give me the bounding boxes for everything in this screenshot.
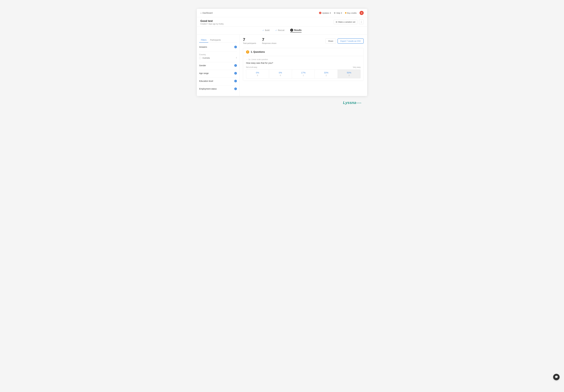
education-label: Education level: [199, 80, 213, 82]
chevron-down-icon: ▾: [341, 12, 342, 14]
scale-count: 2: [316, 74, 336, 76]
sidebar: Filters Participants Answers i Country A…: [197, 35, 240, 96]
updates-badge: 2: [319, 12, 321, 14]
brand-name: Lyssna~~~: [343, 100, 361, 105]
page-subtitle: Created 7 days ago by Hubby: [200, 23, 224, 25]
chat-button[interactable]: 💬: [553, 374, 560, 380]
results-panel: 7 Total participants 7 Responses shown S…: [240, 35, 367, 96]
filter-age-range: Age range i: [199, 72, 237, 75]
filter-answers: Answers i: [199, 46, 237, 48]
age-range-label: Age range: [199, 72, 209, 74]
chat-icon: 💬: [555, 375, 558, 379]
scale-pct: 0%: [270, 71, 291, 74]
responses-shown-stat: 7 Responses shown: [262, 38, 276, 44]
question-title: 1. Questions: [251, 51, 265, 53]
answers-info-icon[interactable]: i: [234, 46, 237, 48]
filter-education: Education level i: [199, 80, 237, 82]
filter-answers-row: Answers i: [199, 46, 237, 48]
gear-icon: ⚙: [334, 12, 336, 14]
scale-labels: Not at all easy Very easy: [246, 66, 361, 68]
buy-credits-label: Buy credits: [347, 12, 357, 14]
ellipsis-icon: ⋮: [360, 21, 363, 23]
divider: [199, 85, 237, 85]
filter-gender: Gender i: [199, 64, 237, 67]
gender-label: Gender: [199, 64, 206, 67]
user-avatar[interactable]: H: [360, 11, 364, 15]
scale-pct: 17%: [293, 71, 314, 74]
home-icon: [200, 12, 201, 14]
question-header: 7 1. Questions: [243, 48, 364, 56]
summary-actions: Share Export 7 results as CSV: [325, 39, 364, 44]
tab-build[interactable]: ✓ Build: [262, 29, 269, 32]
page-title: Good test: [200, 20, 224, 23]
scale-cell-3: 17%1: [292, 70, 315, 78]
employment-info-icon[interactable]: i: [234, 87, 237, 90]
question-badge: 7: [246, 50, 249, 54]
brand-footer: Lyssna~~~: [197, 96, 367, 106]
question-section: 7 1. Questions → 1a. Linear scale questi…: [243, 48, 364, 81]
make-variation-label: Make a variation set: [338, 21, 355, 23]
scale-pct: 50%: [339, 71, 359, 74]
nav-help[interactable]: ⚙ Help ▾: [334, 12, 342, 14]
sidebar-tab-participants[interactable]: Participants: [208, 38, 223, 42]
responses-count: 7: [262, 38, 276, 42]
filter-answers-label: Answers: [199, 46, 207, 48]
gender-info-icon[interactable]: i: [234, 64, 237, 67]
make-variation-button[interactable]: ⊟ Make a variation set: [334, 20, 357, 24]
export-csv-button[interactable]: Export 7 results as CSV: [338, 39, 364, 44]
top-nav: Dashboard 2 Updates ▾ ⚙ Help ▾ Buy credi…: [197, 9, 367, 17]
check-icon: ✓: [262, 29, 264, 31]
divider: [199, 70, 237, 70]
filter-employment-row: Employment status i: [199, 87, 237, 90]
more-options-button[interactable]: ⋮: [359, 20, 364, 24]
filter-employment: Employment status i: [199, 87, 237, 90]
australia-checkbox[interactable]: [199, 57, 201, 59]
nav-right: 2 Updates ▾ ⚙ Help ▾ Buy credits H: [319, 11, 364, 15]
nav-dashboard[interactable]: Dashboard: [200, 12, 212, 14]
results-summary: 7 Total participants 7 Responses shown S…: [243, 38, 364, 44]
check-icon: ✓: [275, 29, 277, 31]
question-text: How easy was that for you?: [246, 62, 361, 64]
filter-education-row: Education level i: [199, 80, 237, 82]
scale-count: 0: [247, 74, 268, 76]
main-content: Filters Participants Answers i Country A…: [197, 35, 367, 96]
scale-pct: 33%: [316, 71, 336, 74]
filter-gender-row: Gender i: [199, 64, 237, 67]
arrow-icon: →: [246, 58, 248, 60]
nav-buy-credits[interactable]: Buy credits: [345, 12, 357, 14]
responses-label: Responses shown: [262, 42, 276, 44]
sidebar-tab-filters[interactable]: Filters: [199, 38, 208, 42]
brand-text: Lyssna: [343, 100, 356, 105]
filter-country: Country Australia 7: [199, 54, 237, 59]
chevron-down-icon: ▾: [330, 12, 331, 14]
scale-count: 0: [270, 74, 291, 76]
country-option-australia: Australia 7: [199, 57, 237, 59]
employment-label: Employment status: [199, 88, 217, 90]
total-label: Total participants: [243, 42, 256, 44]
page-header: Good test Created 7 days ago by Hubby ⊟ …: [197, 17, 367, 27]
scale-min-label: Not at all easy: [246, 66, 257, 68]
age-info-icon[interactable]: i: [234, 72, 237, 75]
australia-label: Australia: [202, 57, 235, 59]
scale-cell-4: 33%2: [315, 70, 338, 78]
education-info-icon[interactable]: i: [234, 80, 237, 82]
tab-results-label: Results: [294, 29, 302, 31]
question-type-label: → 1a. Linear scale question: [246, 58, 361, 60]
tabs-bar: ✓ Build ✓ Recruit 3 Results: [197, 27, 367, 35]
scale-cell-1: 0%0: [246, 70, 269, 78]
help-label: Help: [336, 12, 340, 14]
nav-updates[interactable]: 2 Updates ▾: [319, 12, 331, 14]
share-button[interactable]: Share: [325, 39, 336, 44]
tab-recruit[interactable]: ✓ Recruit: [275, 29, 284, 32]
page-info: Good test Created 7 days ago by Hubby: [200, 20, 224, 25]
sub-question-type: 1a. Linear scale question: [248, 58, 268, 60]
country-filter-label: Country: [199, 54, 237, 56]
filter-age-row: Age range i: [199, 72, 237, 75]
page-actions: ⊟ Make a variation set ⋮: [334, 20, 364, 24]
scale-pct: 0%: [247, 71, 268, 74]
tab-results[interactable]: 3 Results: [290, 29, 302, 32]
total-count: 7: [243, 38, 256, 42]
divider: [199, 62, 237, 62]
dashboard-link[interactable]: Dashboard: [202, 12, 212, 14]
updates-label: Updates: [322, 12, 329, 14]
